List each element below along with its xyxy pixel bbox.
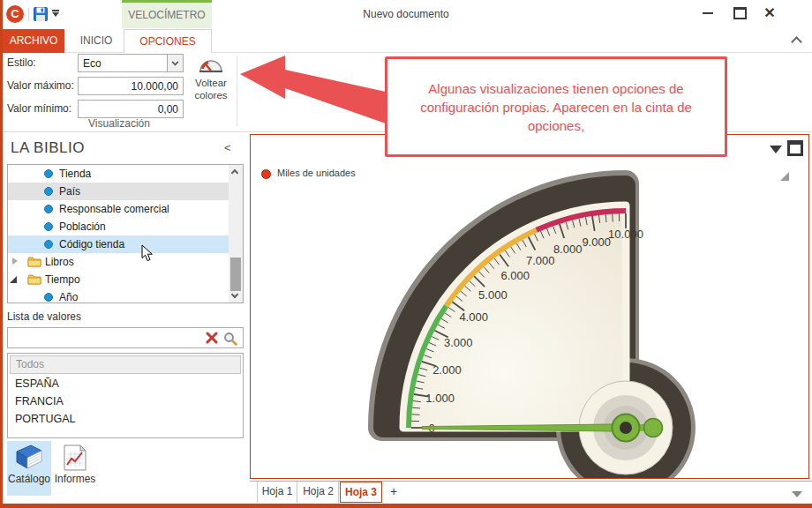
panel-dropdown-icon[interactable] bbox=[770, 146, 782, 153]
svg-text:5.000: 5.000 bbox=[478, 288, 508, 302]
mouse-cursor-icon bbox=[141, 244, 154, 262]
resize-grip-icon[interactable] bbox=[780, 172, 789, 181]
reports-view-label: Informes bbox=[55, 473, 96, 485]
values-item[interactable]: FRANCIA bbox=[8, 392, 243, 410]
window-border-left bbox=[0, 0, 3, 508]
style-dropdown-button[interactable] bbox=[167, 55, 183, 71]
svg-text:6.000: 6.000 bbox=[501, 269, 530, 282]
tree-item-libros[interactable]: Libros bbox=[8, 253, 229, 271]
app-window: C VELOCÍMETRO Nuevo documento ✕ ARCHIVO … bbox=[0, 0, 812, 508]
legend-label: Miles de unidades bbox=[277, 168, 356, 178]
min-value-text: 0,00 bbox=[158, 103, 178, 116]
flip-colors-button[interactable]: Voltear colores bbox=[187, 55, 235, 125]
folder-icon bbox=[27, 273, 41, 285]
min-value-input[interactable]: 0,00 bbox=[78, 100, 184, 118]
svg-text:7.000: 7.000 bbox=[526, 254, 555, 267]
sheet-tab-hoja1[interactable]: Hoja 1 bbox=[257, 482, 297, 503]
field-dot-icon bbox=[44, 205, 53, 213]
tab-archivo[interactable]: ARCHIVO bbox=[3, 29, 64, 53]
clear-filter-icon[interactable] bbox=[206, 332, 218, 344]
sidebar-title: LA BIBLIO bbox=[11, 139, 85, 157]
max-value-label: Valor máximo: bbox=[7, 79, 74, 92]
tab-inicio[interactable]: INICIO bbox=[71, 29, 122, 53]
tree-item-codigo-tienda[interactable]: Código tienda bbox=[8, 235, 229, 253]
values-item[interactable]: ESPAÑA bbox=[8, 375, 243, 392]
values-list-label: Lista de valores bbox=[7, 310, 81, 323]
tree-item-poblacion[interactable]: Población bbox=[8, 218, 229, 235]
svg-text:3.000: 3.000 bbox=[444, 336, 473, 349]
svg-text:1.000: 1.000 bbox=[425, 392, 455, 405]
window-border-bottom bbox=[0, 504, 812, 508]
document-title: Nuevo documento bbox=[0, 8, 812, 20]
tab-opciones[interactable]: OPCIONES bbox=[124, 29, 212, 53]
sheet-tab-hoja3[interactable]: Hoja 3 bbox=[340, 482, 382, 503]
minimize-icon[interactable] bbox=[703, 12, 713, 14]
gauge-panel: 01.0002.0003.0004.0005.0006.0007.0008.00… bbox=[250, 134, 809, 479]
sheetstrip-dropdown-icon[interactable] bbox=[792, 491, 802, 497]
report-icon bbox=[64, 444, 86, 471]
add-sheet-button[interactable]: + bbox=[384, 482, 403, 503]
scroll-up-button[interactable] bbox=[229, 165, 243, 179]
flip-colors-label-line1: Voltear bbox=[195, 78, 227, 88]
folder-icon bbox=[27, 256, 41, 267]
annotation-text: Algunas visualizaciones tienen opciones … bbox=[402, 79, 710, 135]
sidebar-collapse-button[interactable]: < bbox=[224, 141, 237, 155]
svg-text:8.000: 8.000 bbox=[553, 243, 583, 256]
maximize-icon[interactable] bbox=[733, 7, 747, 19]
chevron-down-icon bbox=[172, 59, 179, 66]
catalog-view-button[interactable]: Catálogo bbox=[7, 441, 51, 496]
style-dropdown[interactable]: Eco bbox=[78, 54, 184, 72]
svg-text:4.000: 4.000 bbox=[459, 310, 488, 324]
field-dot-icon bbox=[44, 222, 53, 231]
min-value-label: Valor mínimo: bbox=[7, 102, 71, 115]
caret-collapsed-icon[interactable] bbox=[12, 258, 18, 265]
scroll-down-button[interactable] bbox=[229, 288, 243, 303]
reports-view-button[interactable]: Informes bbox=[53, 441, 97, 496]
close-icon[interactable]: ✕ bbox=[761, 4, 778, 23]
svg-text:10.000: 10.000 bbox=[608, 228, 643, 241]
values-list: Todos ESPAÑA FRANCIA PORTUGAL bbox=[7, 353, 244, 438]
caret-expanded-icon[interactable] bbox=[10, 276, 17, 283]
panel-maximize-icon[interactable] bbox=[787, 140, 803, 156]
tree-item-ano[interactable]: Año bbox=[8, 288, 229, 303]
tree-item-tiempo[interactable]: Tiempo bbox=[8, 271, 229, 288]
book-icon bbox=[13, 444, 45, 471]
annotation-box: Algunas visualizaciones tienen opciones … bbox=[385, 56, 727, 157]
collapse-ribbon-icon[interactable] bbox=[791, 36, 802, 48]
max-value-input[interactable]: 10.000,00 bbox=[78, 77, 184, 95]
catalog-tree: Tienda País Responsable comercial Poblac… bbox=[7, 164, 244, 303]
svg-text:2.000: 2.000 bbox=[432, 363, 462, 377]
annotation-arrow bbox=[234, 49, 393, 132]
sheet-tab-hoja2[interactable]: Hoja 2 bbox=[298, 482, 339, 503]
gauge-chart: 01.0002.0003.0004.0005.0006.0007.0008.00… bbox=[251, 135, 808, 478]
catalog-view-label: Catálogo bbox=[8, 473, 50, 485]
field-dot-icon bbox=[44, 240, 53, 249]
tree-item-pais[interactable]: País bbox=[8, 183, 229, 200]
field-dot-icon bbox=[44, 293, 53, 302]
flip-colors-label-line2: colores bbox=[194, 90, 227, 101]
svg-text:9.000: 9.000 bbox=[582, 235, 611, 249]
values-item-todos[interactable]: Todos bbox=[10, 355, 241, 374]
style-dropdown-value: Eco bbox=[83, 57, 102, 70]
field-dot-icon bbox=[44, 187, 53, 196]
max-value-text: 10.000,00 bbox=[132, 80, 178, 93]
field-dot-icon bbox=[44, 169, 53, 178]
tree-scrollbar[interactable] bbox=[229, 165, 243, 303]
tree-item-tienda[interactable]: Tienda bbox=[8, 165, 229, 183]
values-search-input[interactable] bbox=[7, 327, 244, 348]
scroll-thumb[interactable] bbox=[230, 258, 241, 291]
titlebar: C VELOCÍMETRO Nuevo documento ✕ bbox=[0, 0, 812, 29]
style-label: Estilo: bbox=[7, 56, 36, 69]
tree-item-responsable[interactable]: Responsable comercial bbox=[8, 200, 229, 218]
values-item[interactable]: PORTUGAL bbox=[8, 410, 243, 428]
gauge-icon bbox=[198, 57, 224, 73]
search-icon[interactable] bbox=[223, 332, 237, 346]
legend-dot-icon bbox=[261, 169, 271, 179]
